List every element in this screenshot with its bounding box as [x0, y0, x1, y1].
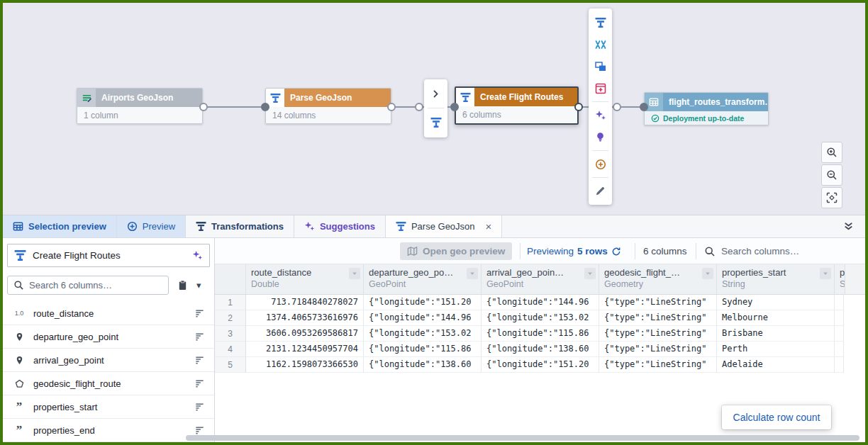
column-item-properties-end[interactable]: ” properties_end: [3, 419, 214, 442]
node-airports-geojson[interactable]: Airports GeoJson 1 column: [77, 88, 203, 124]
column-item-geodesic-flight-route[interactable]: geodesic_flight_route: [3, 372, 214, 395]
node-flight-routes-output[interactable]: flight_routes_transform… Deployment up-t…: [644, 92, 769, 125]
cell[interactable]: 713.7184840278027: [246, 295, 364, 310]
cell[interactable]: Melbourne: [717, 310, 835, 326]
tab-preview[interactable]: Preview: [117, 215, 186, 237]
expand-button[interactable]: [424, 79, 447, 108]
cell[interactable]: 2131.1234450957704: [246, 342, 364, 357]
chevron-down-icon[interactable]: ▾: [196, 280, 201, 291]
cell[interactable]: {"type":"LineString": [599, 295, 717, 310]
cell[interactable]: Sydney: [717, 295, 835, 310]
cell[interactable]: {"longitude":"138.60: [482, 342, 599, 357]
cell[interactable]: {"type":"LineString": [599, 326, 717, 342]
tab-suggestions[interactable]: Suggestions: [294, 215, 386, 237]
cell[interactable]: {"longitude":"153.02: [364, 326, 482, 342]
pipeline-graph-canvas[interactable]: Airports GeoJson 1 column Parse GeoJson …: [3, 3, 865, 215]
zoom-to-fit-button[interactable]: [821, 187, 842, 208]
filter-icon[interactable]: [467, 268, 478, 279]
header-departure-geo-point[interactable]: departure_geo_po… GeoPoint: [364, 264, 482, 294]
cell[interactable]: {"longitude":"153.02: [482, 310, 599, 326]
input-port[interactable]: [450, 103, 459, 111]
header-properties-end[interactable]: properties_end String: [835, 264, 845, 294]
input-port[interactable]: [261, 103, 269, 111]
cell[interactable]: {"type":"LineString": [599, 310, 717, 326]
union-button[interactable]: [589, 55, 612, 77]
collapse-panel-button[interactable]: [832, 215, 865, 237]
clipboard-button[interactable]: [177, 280, 188, 291]
header-geodesic-flight-route[interactable]: geodesic_flight_… Geometry: [599, 264, 717, 294]
tab-transformations[interactable]: Transformations: [186, 215, 294, 237]
zoom-out-button[interactable]: [821, 164, 842, 186]
cell[interactable]: Perth: [717, 342, 835, 357]
column-stats-button[interactable]: [194, 425, 205, 436]
table-search-placeholder: Search columns…: [721, 246, 799, 257]
cell[interactable]: [835, 342, 844, 357]
tab-parse-geojson[interactable]: Parse GeoJson ×: [386, 215, 502, 237]
edge-port[interactable]: [613, 103, 621, 111]
transform-button[interactable]: [589, 11, 612, 33]
close-icon[interactable]: ×: [486, 221, 492, 232]
cell[interactable]: {"type":"LineString": [599, 342, 717, 357]
column-stats-button[interactable]: [194, 378, 205, 389]
cell[interactable]: [835, 295, 844, 310]
horizontal-scrollbar[interactable]: [186, 435, 859, 441]
edge-port[interactable]: [415, 103, 423, 111]
header-route-distance[interactable]: route_distance Double: [246, 264, 364, 294]
add-board-button[interactable]: [589, 77, 612, 99]
column-stats-button[interactable]: [194, 308, 205, 319]
cell[interactable]: 3606.0953269586817: [246, 326, 364, 342]
column-item-route-distance[interactable]: 1.0 route_distance: [3, 302, 214, 325]
node-create-flight-routes[interactable]: Create Flight Routes 6 columns: [455, 86, 579, 125]
zoom-in-button[interactable]: [821, 142, 842, 163]
previewing-rows-button[interactable]: Previewing 5 rows: [527, 238, 621, 264]
column-item-arrival-geo-point[interactable]: arrival_geo_point: [3, 349, 214, 372]
columns-search-input[interactable]: [29, 280, 162, 291]
cell[interactable]: {"longitude":"151.20: [482, 357, 599, 373]
header-arrival-geo-point[interactable]: arrival_geo_poin… GeoPoint: [482, 264, 599, 294]
add-transform-button[interactable]: [424, 108, 447, 137]
cell[interactable]: {"longitude":"144.96: [482, 295, 599, 310]
cell[interactable]: {"longitude":"138.60: [364, 357, 482, 373]
cell[interactable]: [835, 310, 844, 326]
cell[interactable]: [835, 357, 844, 373]
node-parse-geojson[interactable]: Parse GeoJson 14 columns: [265, 88, 391, 124]
cell[interactable]: {"longitude":"115.86: [482, 326, 599, 342]
cell[interactable]: {"type":"LineString": [599, 357, 717, 373]
cell[interactable]: {"longitude":"151.20: [364, 295, 482, 310]
output-port[interactable]: [574, 103, 583, 111]
column-item-properties-start[interactable]: ” properties_start: [3, 395, 214, 419]
cell[interactable]: 1162.1598073366530: [246, 357, 364, 373]
join-button[interactable]: [589, 33, 612, 55]
filter-icon[interactable]: [584, 268, 596, 279]
add-node-button[interactable]: [589, 153, 612, 175]
tips-button[interactable]: [589, 126, 612, 148]
node-title: Parse GeoJson: [284, 93, 358, 103]
input-port[interactable]: [640, 103, 648, 111]
column-stats-button[interactable]: [194, 355, 205, 366]
header-properties-start[interactable]: properties_start String: [717, 264, 835, 294]
edit-button[interactable]: [589, 180, 612, 202]
suggestions-button[interactable]: [589, 104, 612, 126]
table-search-box[interactable]: Search columns…: [704, 238, 799, 264]
filter-icon[interactable]: [702, 268, 713, 279]
cell[interactable]: {"longitude":"144.96: [364, 310, 482, 326]
output-port[interactable]: [387, 103, 396, 111]
columns-search-box[interactable]: [7, 276, 169, 295]
selected-node-card[interactable]: Create Flight Routes: [7, 244, 210, 267]
cell[interactable]: [835, 326, 844, 342]
open-geo-preview-button[interactable]: Open geo preview: [400, 242, 512, 260]
column-stats-button[interactable]: [194, 332, 205, 342]
filter-icon[interactable]: [349, 268, 360, 279]
cell[interactable]: {"longitude":"115.86: [364, 342, 482, 357]
cell[interactable]: 1374.4065733616976: [246, 310, 364, 326]
sparkles-icon[interactable]: [192, 250, 203, 261]
transform-icon: [396, 221, 406, 232]
column-item-departure-geo-point[interactable]: departure_geo_point: [3, 325, 214, 349]
column-stats-button[interactable]: [194, 402, 205, 412]
tab-selection-preview[interactable]: Selection preview: [3, 215, 117, 237]
filter-icon[interactable]: [820, 268, 831, 279]
output-port[interactable]: [199, 103, 208, 111]
calculate-row-count-button[interactable]: Calculate row count: [722, 405, 831, 429]
cell[interactable]: Adelaide: [717, 357, 835, 373]
cell[interactable]: Brisbane: [717, 326, 835, 342]
